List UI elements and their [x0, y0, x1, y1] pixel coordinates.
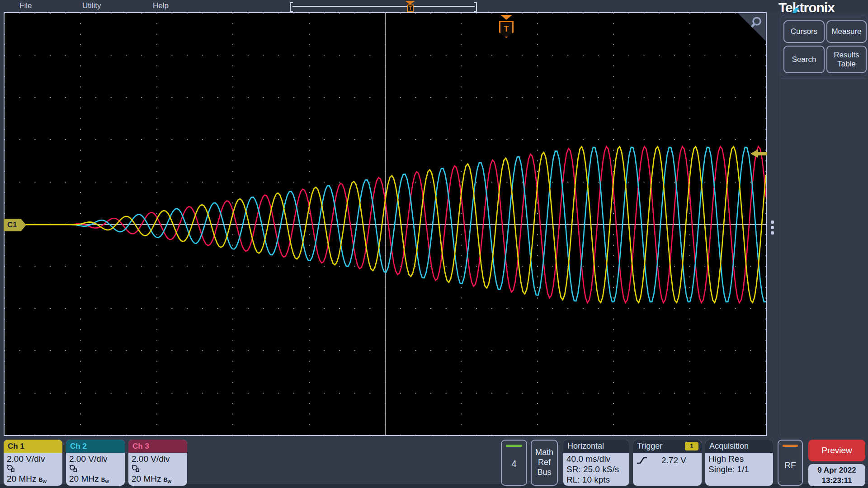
logo-k: k: [793, 0, 800, 15]
menu-file[interactable]: File: [19, 1, 32, 10]
handle-dot: [771, 221, 774, 224]
bus-label: Bus: [532, 467, 557, 477]
probe-icon: [132, 465, 140, 473]
trigger-position-flag[interactable]: T: [497, 15, 515, 40]
menu-bar: File Utility Help T: [0, 0, 868, 12]
acquisition-title: Acquisition: [705, 440, 773, 453]
trigger-position-marker[interactable]: T: [404, 1, 416, 13]
channel3-bandwidth: 20 MHz BW: [132, 474, 187, 486]
menu-utility[interactable]: Utility: [82, 1, 101, 10]
cursors-button[interactable]: Cursors: [783, 20, 825, 43]
marker-triangle-icon: [405, 1, 415, 5]
trigger-level: 2.72 V: [661, 455, 686, 465]
channel4-number: 4: [502, 459, 526, 469]
logo-tronix: tronix: [799, 0, 834, 15]
measure-button[interactable]: Measure: [826, 20, 867, 43]
horizontal-title: Horizontal: [563, 440, 629, 453]
channel2-name: Ch 2: [66, 440, 125, 453]
probe-icon: [7, 465, 15, 473]
channel1-bandwidth: 20 MHz BW: [7, 474, 62, 486]
horizontal-scale: 40.0 ms/div: [566, 454, 629, 464]
graticule-canvas[interactable]: [5, 13, 766, 435]
channel1-badge[interactable]: Ch 1 2.00 V/div 20 MHz BW: [4, 440, 62, 486]
tektronix-logo: Tektronix: [778, 0, 868, 14]
ref-label: Ref: [532, 457, 557, 467]
side-panel-separator: [781, 79, 867, 79]
rf-color-bar: [783, 445, 798, 447]
marker-t-flag: T: [407, 5, 414, 12]
channel2-bandwidth: 20 MHz BW: [69, 474, 125, 486]
side-panel-divider: [781, 12, 781, 436]
date-text: 9 Apr 2022: [808, 465, 865, 475]
acquisition-status: Single: 1/1: [708, 464, 773, 474]
results-table-button[interactable]: Results Table: [826, 46, 867, 73]
preview-status-button[interactable]: Preview: [808, 440, 865, 461]
rising-edge-icon: [636, 455, 648, 465]
acquisition-settings-badge[interactable]: Acquisition High Res Single: 1/1: [705, 440, 773, 486]
channel3-name: Ch 3: [128, 440, 187, 453]
trigger-triangle-icon: [500, 15, 512, 20]
channel4-color-bar: [506, 445, 522, 447]
channel2-scale: 2.00 V/div: [69, 454, 125, 464]
rf-button[interactable]: RF: [778, 440, 803, 486]
horizontal-record-length: RL: 10 kpts: [566, 474, 629, 485]
horizontal-position-bar[interactable]: [292, 6, 475, 7]
math-ref-bus-button[interactable]: Math Ref Bus: [531, 440, 558, 486]
handle-dot: [771, 226, 774, 229]
channel3-badge[interactable]: Ch 3 2.00 V/div 20 MHz BW: [128, 440, 187, 486]
trigger-t-flag: T: [499, 21, 514, 38]
horizontal-settings-badge[interactable]: Horizontal 40.0 ms/div SR: 25.0 kS/s RL:…: [563, 440, 629, 486]
trigger-level-arrow[interactable]: [750, 149, 768, 158]
probe-icon: [69, 465, 78, 473]
time-text: 13:23:11: [808, 475, 865, 486]
panel-drag-handle[interactable]: [771, 221, 775, 237]
horizontal-sample-rate: SR: 25.0 kS/s: [566, 464, 629, 474]
math-label: Math: [532, 447, 557, 457]
position-bar-left-bracket: [290, 2, 293, 12]
acquisition-mode: High Res: [708, 454, 773, 464]
rf-label: RF: [778, 460, 802, 470]
channel1-scale: 2.00 V/div: [7, 454, 62, 464]
search-button[interactable]: Search: [783, 46, 825, 73]
channel2-badge[interactable]: Ch 2 2.00 V/div 20 MHz BW: [66, 440, 125, 486]
menu-help[interactable]: Help: [153, 1, 169, 10]
handle-dot: [771, 231, 774, 235]
trigger-settings-badge[interactable]: Trigger 1 2.72 V: [633, 440, 702, 486]
trigger-source-badge: 1: [685, 442, 698, 450]
datetime-display: 9 Apr 2022 13:23:11: [808, 464, 865, 486]
channel4-add-button[interactable]: 4: [501, 440, 527, 486]
waveform-display[interactable]: C1 T: [4, 12, 767, 436]
trigger-title: Trigger: [637, 440, 662, 453]
channel1-name: Ch 1: [4, 440, 62, 453]
oscilloscope-screen: File Utility Help T Tektronix C1 T: [0, 0, 868, 488]
position-bar-right-bracket: [474, 2, 477, 12]
channel3-scale: 2.00 V/div: [132, 454, 187, 464]
